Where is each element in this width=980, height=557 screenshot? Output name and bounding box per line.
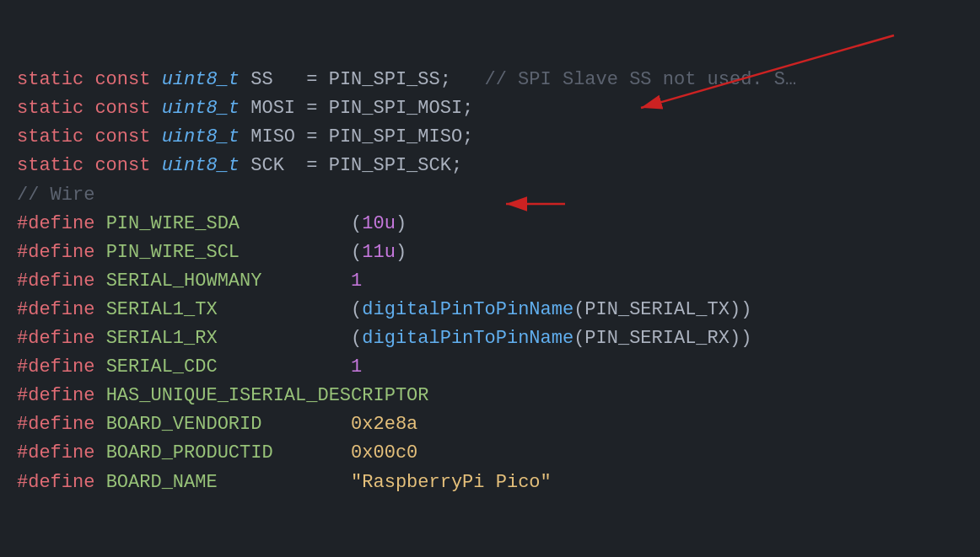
code-token: MOSI = PIN_SPI_MOSI; — [240, 98, 473, 119]
code-token: 1 — [351, 356, 362, 378]
code-line-line2: static const uint8_t MOSI = PIN_SPI_MOSI… — [17, 94, 963, 123]
code-line-line3: static const uint8_t MISO = PIN_SPI_MISO… — [17, 123, 963, 152]
code-token: uint8_t — [162, 126, 240, 147]
code-token: ( — [573, 328, 584, 349]
code-token — [218, 356, 351, 378]
code-token: #define — [17, 242, 94, 263]
code-token: uint8_t — [162, 98, 240, 119]
code-token: #define — [17, 442, 94, 463]
code-token — [240, 242, 351, 263]
code-line-line11: #define SERIAL1_TX (digitalPinToPinName(… — [17, 296, 963, 324]
code-token: MISO = PIN_SPI_MISO; — [240, 126, 473, 147]
code-token — [94, 213, 105, 234]
code-editor: static const uint8_t SS = PIN_SPI_SS; //… — [17, 8, 963, 497]
code-token: static const — [17, 155, 162, 176]
code-token — [94, 414, 105, 435]
code-token: uint8_t — [162, 155, 240, 176]
code-token: // SPI Slave SS not used. S… — [485, 69, 797, 90]
code-token — [94, 328, 105, 349]
code-token — [261, 414, 351, 435]
code-token — [94, 472, 105, 493]
code-token: #define — [17, 356, 94, 378]
code-token: "RaspberryPi Pico" — [351, 472, 552, 493]
code-token: // Wire — [17, 185, 94, 206]
code-token: SERIAL_HOWMANY — [106, 270, 262, 292]
code-token: 1 — [351, 270, 362, 292]
code-token: 10u — [362, 213, 396, 234]
code-token — [94, 299, 105, 320]
code-token: #define — [17, 385, 94, 406]
code-token: #define — [17, 472, 94, 493]
code-line-line7: #define PIN_WIRE_SDA (10u) — [17, 210, 963, 238]
code-token: ( — [351, 213, 362, 234]
code-token: SCK = PIN_SPI_SCK; — [240, 155, 462, 176]
code-token: SERIAL1_TX — [106, 299, 218, 320]
code-token: PIN_WIRE_SDA — [106, 213, 240, 234]
code-token: 0x00c0 — [351, 442, 417, 463]
code-token: BOARD_VENDORID — [106, 414, 262, 435]
code-token: #define — [17, 414, 94, 435]
code-token: ( — [351, 299, 362, 320]
code-line-line4: static const uint8_t SCK = PIN_SPI_SCK; — [17, 152, 963, 180]
code-token: 0x2e8a — [351, 414, 417, 435]
code-token: static const — [17, 98, 162, 119]
code-line-line6: // Wire — [17, 181, 963, 210]
code-token: PIN_SERIAL_TX — [584, 299, 730, 320]
code-token — [218, 328, 351, 349]
code-line-line1: static const uint8_t SS = PIN_SPI_SS; //… — [17, 66, 963, 94]
code-line-line17: #define BOARD_PRODUCTID 0x00c0 — [17, 439, 963, 468]
code-token: ( — [351, 328, 362, 349]
code-token: #define — [17, 270, 94, 292]
code-token: BOARD_PRODUCTID — [106, 442, 273, 463]
code-token: ( — [573, 299, 584, 320]
code-token: 11u — [362, 242, 396, 263]
code-token: ( — [351, 242, 362, 263]
code-token: SS = PIN_SPI_SS; — [240, 69, 484, 90]
code-line-line10: #define SERIAL_HOWMANY 1 — [17, 267, 963, 296]
code-token: SERIAL_CDC — [106, 356, 218, 378]
code-token: )) — [730, 299, 751, 320]
code-token — [94, 270, 105, 292]
code-token: BOARD_NAME — [106, 472, 218, 493]
code-token: PIN_SERIAL_RX — [584, 328, 730, 349]
code-line-line8: #define PIN_WIRE_SCL (11u) — [17, 238, 963, 267]
code-line-line12: #define SERIAL1_RX (digitalPinToPinName(… — [17, 324, 963, 353]
code-token: digitalPinToPinName — [362, 299, 573, 320]
code-token: )) — [730, 328, 751, 349]
code-token: digitalPinToPinName — [362, 328, 573, 349]
code-token — [94, 385, 105, 406]
code-token: ) — [396, 213, 407, 234]
code-token — [240, 213, 351, 234]
code-token: SERIAL1_RX — [106, 328, 218, 349]
code-line-line14: #define SERIAL_CDC 1 — [17, 353, 963, 382]
code-token: #define — [17, 328, 94, 349]
code-line-line15: #define HAS_UNIQUE_ISERIAL_DESCRIPTOR — [17, 382, 963, 410]
code-token: uint8_t — [162, 69, 240, 90]
code-token — [94, 356, 105, 378]
code-token — [94, 442, 105, 463]
code-token: ) — [396, 242, 407, 263]
code-token: HAS_UNIQUE_ISERIAL_DESCRIPTOR — [106, 385, 429, 406]
code-line-line18: #define BOARD_NAME "RaspberryPi Pico" — [17, 469, 963, 497]
code-token: #define — [17, 299, 94, 320]
code-token — [218, 299, 351, 320]
code-token — [261, 270, 351, 292]
code-token: #define — [17, 213, 94, 234]
code-token — [94, 242, 105, 263]
code-token: static const — [17, 126, 162, 147]
code-token: static const — [17, 69, 162, 90]
code-line-line16: #define BOARD_VENDORID 0x2e8a — [17, 410, 963, 439]
code-token — [273, 442, 351, 463]
code-token — [218, 472, 351, 493]
code-token: PIN_WIRE_SCL — [106, 242, 240, 263]
